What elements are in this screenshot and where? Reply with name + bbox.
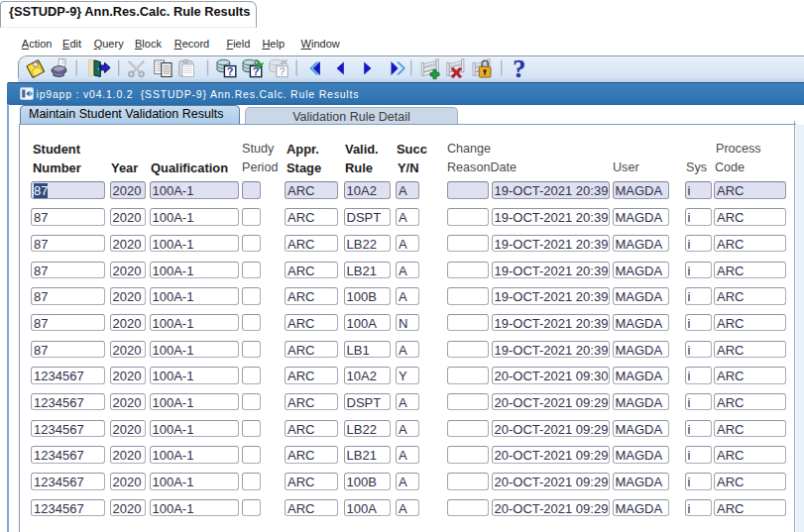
svg-text:?: ? <box>227 65 234 77</box>
svg-text:?: ? <box>513 55 525 82</box>
svg-text:?: ? <box>279 65 286 77</box>
